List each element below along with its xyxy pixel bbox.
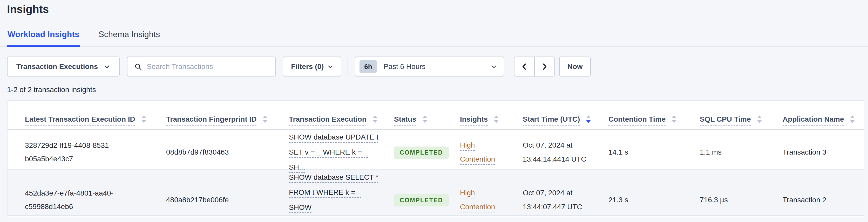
time-range-label: Past 6 Hours [384,63,426,71]
column-header-application-name[interactable]: Application Name [783,115,864,124]
tab-bar: Workload Insights Schema Insights [0,29,868,47]
sort-icon [263,116,267,123]
search-input[interactable] [147,63,269,71]
column-header-transaction-execution[interactable]: Transaction Execution [289,115,394,124]
application-name: Transaction 3 [783,146,864,159]
table-row: 328729d2-ff19-4408-8531-b05a5b4e43c7 08d… [7,130,864,170]
execution-type-label: Transaction Executions [17,63,98,71]
contention-time: 14.1 s [609,146,700,159]
column-header-status[interactable]: Status [394,115,460,124]
time-range-badge: 6h [360,60,377,73]
controls-bar: Transaction Executions Filters (0) 6h Pa… [7,57,861,76]
filters-label: Filters (0) [291,63,324,71]
sort-icon [373,116,377,123]
time-picker-dropdown[interactable]: 6h Past 6 Hours [355,57,504,76]
sort-icon [142,116,146,123]
now-button[interactable]: Now [559,57,591,76]
status-badge: COMPLETED [394,194,449,207]
search-icon [134,63,142,70]
table-header-row: Latest Transaction Execution ID Transact… [7,101,864,130]
column-header-insights[interactable]: Insights [460,115,523,124]
execution-type-dropdown[interactable]: Transaction Executions [7,57,120,76]
transaction-execution-link[interactable]: SHOW database SELECT * FROM t WHERE k = … [289,170,379,217]
latest-execution-id: 328729d2-ff19-4408-8531-b05a5b4e43c7 [25,139,166,166]
sort-icon [423,116,427,123]
insight-link[interactable]: High Contention [460,186,508,214]
column-header-start-time[interactable]: Start Time (UTC) [523,115,609,124]
tab-label: Schema Insights [99,30,160,39]
sort-icon-active-desc [586,116,591,123]
contention-time: 21.3 s [609,193,700,207]
tab-workload-insights[interactable]: Workload Insights [7,29,80,47]
latest-execution-id: 452da3e7-e7fa-4801-aa40-c59988d14eb6 [25,187,166,214]
start-time: Oct 07, 2024 at 13:44:14.4414 UTC [523,138,609,166]
table-row: 452da3e7-e7fa-4801-aa40-c59988d14eb6 480… [7,170,864,216]
application-name: Transaction 2 [783,193,864,207]
page-title: Insights [7,3,49,15]
tab-label: Workload Insights [7,30,80,39]
sql-cpu-time: 1.1 ms [700,146,783,159]
column-header-contention-time[interactable]: Contention Time [609,115,700,124]
sql-cpu-time: 716.3 µs [700,193,783,207]
results-count: 1-2 of 2 transaction insights [7,86,96,94]
insights-table: Latest Transaction Execution ID Transact… [7,100,864,217]
column-header-latest-transaction-execution-id[interactable]: Latest Transaction Execution ID [25,115,166,124]
chevron-down-icon [103,63,110,70]
sort-icon [494,116,499,123]
search-box [127,57,276,76]
status-badge: COMPLETED [394,147,449,159]
tab-schema-insights[interactable]: Schema Insights [98,29,161,47]
chevron-right-icon [541,63,549,70]
column-header-sql-cpu-time[interactable]: SQL CPU Time [700,115,783,124]
chevron-left-icon [521,63,528,70]
filters-button[interactable]: Filters (0) [283,57,341,76]
chevron-down-icon [491,64,497,70]
sort-icon [850,116,855,123]
insight-link[interactable]: High Contention [460,138,508,166]
sort-icon [672,116,676,123]
time-pager [514,57,555,76]
sort-icon [757,116,762,123]
fingerprint-id: 480a8b217be006fe [166,193,289,207]
vertical-divider [347,58,348,75]
chevron-down-icon [327,64,333,69]
time-next-button[interactable] [534,57,555,76]
column-header-transaction-fingerprint-id[interactable]: Transaction Fingerprint ID [166,115,289,124]
time-prev-button[interactable] [514,57,534,76]
start-time: Oct 07, 2024 at 13:44:07.447 UTC [523,186,609,214]
transaction-execution-link[interactable]: SHOW database UPDATE t SET v = _ WHERE k… [289,130,379,175]
fingerprint-id: 08d8b7d97f830463 [166,146,289,159]
insights-page: Insights Workload Insights Schema Insigh… [0,0,868,222]
